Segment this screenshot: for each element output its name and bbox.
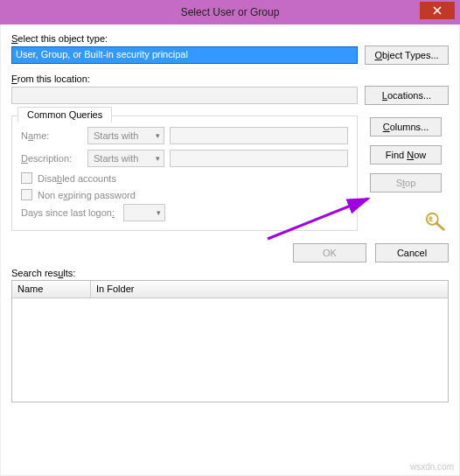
search-results-label: Search results: bbox=[11, 268, 449, 278]
description-match-value: Starts with bbox=[94, 153, 138, 164]
cancel-button[interactable]: Cancel bbox=[375, 243, 449, 262]
watermark: wsxdn.com bbox=[410, 462, 454, 472]
description-input[interactable] bbox=[170, 150, 348, 167]
columns-button[interactable]: Columns... bbox=[370, 117, 442, 136]
side-buttons: Columns... Find Now Stop bbox=[370, 114, 449, 233]
name-match-value: Starts with bbox=[94, 130, 138, 141]
chevron-down-icon: ▾ bbox=[156, 131, 160, 140]
common-queries-group: Common Queries Name: Starts with ▾ Descr… bbox=[11, 116, 358, 231]
location-field[interactable] bbox=[11, 87, 358, 104]
title-bar: Select User or Group bbox=[0, 0, 460, 24]
chevron-down-icon: ▾ bbox=[156, 154, 160, 163]
dialog-body: SSelect this object type:elect this obje… bbox=[0, 24, 460, 476]
object-types-button[interactable]: Object Types... bbox=[365, 46, 449, 65]
days-since-logon-combo[interactable]: ▾ bbox=[123, 204, 165, 221]
ok-button[interactable]: OK bbox=[293, 243, 366, 262]
disabled-accounts-checkbox[interactable] bbox=[21, 172, 32, 184]
non-expiring-label: Non expiring password bbox=[38, 190, 136, 200]
locations-button[interactable]: Locations... bbox=[365, 86, 449, 105]
column-name[interactable]: Name bbox=[12, 281, 91, 298]
window-title: Select User or Group bbox=[181, 6, 280, 18]
description-label: Description: bbox=[21, 153, 82, 164]
chevron-down-icon: ▾ bbox=[157, 208, 161, 217]
find-now-button[interactable]: Find Now bbox=[370, 145, 442, 164]
disabled-accounts-label: Disabled accounts bbox=[38, 173, 116, 184]
results-list[interactable]: Name In Folder bbox=[11, 280, 449, 402]
results-header: Name In Folder bbox=[12, 281, 448, 298]
name-match-combo[interactable]: Starts with ▾ bbox=[87, 127, 164, 144]
stop-button[interactable]: Stop bbox=[370, 173, 442, 192]
common-queries-tab[interactable]: Common Queries bbox=[17, 107, 112, 122]
object-type-label: SSelect this object type:elect this obje… bbox=[11, 33, 449, 44]
find-people-icon bbox=[422, 210, 449, 233]
svg-point-1 bbox=[429, 216, 432, 220]
name-input[interactable] bbox=[170, 127, 348, 144]
name-label: Name: bbox=[21, 130, 82, 141]
object-type-field[interactable]: User, Group, or Built-in security princi… bbox=[11, 46, 358, 64]
description-match-combo[interactable]: Starts with ▾ bbox=[87, 150, 164, 167]
location-label: From this location: bbox=[11, 74, 449, 84]
close-icon bbox=[433, 6, 442, 15]
non-expiring-checkbox[interactable] bbox=[21, 189, 32, 200]
days-since-logon-label: Days since last logon: bbox=[21, 207, 115, 218]
column-in-folder[interactable]: In Folder bbox=[91, 281, 448, 298]
close-button[interactable] bbox=[420, 2, 455, 19]
